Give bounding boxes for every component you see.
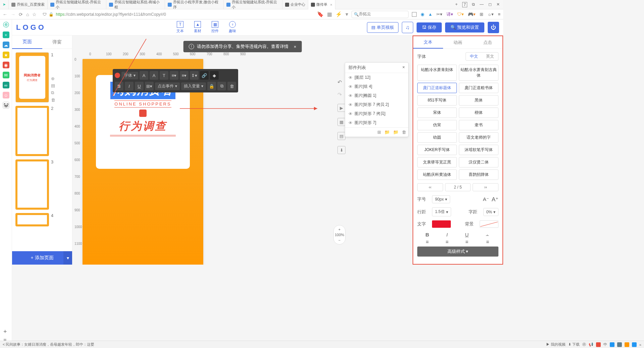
zoom-in-button[interactable]: + <box>338 227 340 231</box>
shield2-icon[interactable]: 🛡▾ <box>457 12 464 17</box>
font-option[interactable]: 楷体 <box>459 108 498 118</box>
app-icon[interactable]: ◉ <box>3 62 9 68</box>
italic-button[interactable]: I <box>125 82 133 90</box>
browser-tab[interactable]: 乔拓云小程序开发,微信小程序 <box>165 0 224 9</box>
save-button[interactable]: 🖫 保存 <box>417 22 442 32</box>
folder2-icon[interactable]: 📁 <box>393 130 398 135</box>
effects-icon[interactable]: ◆ <box>210 71 219 80</box>
delete-icon[interactable]: 🗑 <box>51 97 55 102</box>
tool-material[interactable]: ▲素材 <box>194 21 201 33</box>
more-button[interactable]: ⊞▾ <box>145 82 154 90</box>
browser-tab[interactable]: 企业中心 <box>282 0 308 9</box>
fontsize-inc-button[interactable]: A⁺ <box>492 196 498 203</box>
font-option[interactable]: 汉仪贤二体 <box>459 157 498 167</box>
browser-tab[interactable]: 乔拓云_百度搜索 <box>9 0 48 9</box>
eye-icon[interactable]: 👁 <box>348 112 353 116</box>
download-button[interactable]: ⬇ <box>337 146 345 154</box>
newtab-button[interactable]: + <box>455 2 458 7</box>
eye-icon[interactable]: 👁 <box>348 121 353 125</box>
game-icon[interactable]: 🎮▾ <box>468 12 476 17</box>
tab-text[interactable]: 文本 <box>413 36 443 49</box>
bg-color-picker[interactable] <box>480 220 498 228</box>
zoom-out-button[interactable]: − <box>338 238 340 242</box>
menu-icon[interactable]: ≡ <box>498 12 500 17</box>
font-option[interactable]: JOKER手写体 <box>417 145 457 155</box>
layer-item[interactable]: 👁图片[矩形 7 拷贝 2] <box>345 100 408 109</box>
layer-item[interactable]: 👁图片[椭圆 1] <box>345 91 408 100</box>
star-button[interactable]: ☆ <box>32 12 37 17</box>
layer-item[interactable]: 👁图片[矩形 7 拷贝] <box>345 109 408 118</box>
app-icon[interactable]: ☁ <box>3 42 9 48</box>
lock-icon[interactable]: 🔒 <box>207 82 216 90</box>
grid-button[interactable]: ▦ <box>337 118 345 126</box>
play-button[interactable]: ▶ <box>337 104 345 112</box>
fontsize-down-icon[interactable]: A <box>150 71 158 80</box>
layer-item[interactable]: 👁[图层 12] <box>345 73 408 82</box>
font-option[interactable]: 仿宋 <box>417 120 457 130</box>
page-thumb[interactable] <box>15 159 49 210</box>
close-icon[interactable]: × <box>330 3 332 7</box>
font-option[interactable]: 文泉驿等宽正黑 <box>417 157 457 167</box>
template-button[interactable]: ▤ 单页模板 <box>367 22 398 33</box>
tabcount[interactable]: 7 <box>462 2 467 7</box>
layers-button[interactable]: ▤ <box>337 132 345 140</box>
eye-icon[interactable]: 👁 <box>348 84 353 89</box>
font-option[interactable]: 沐瑶软笔手写体 <box>459 145 498 155</box>
size-select[interactable]: 90px ▾ <box>432 195 450 203</box>
tab-pages[interactable]: 页面 <box>12 36 42 49</box>
folder-icon[interactable]: 📁 <box>384 130 390 135</box>
circle-icon[interactable]: ◉ <box>421 12 424 17</box>
font-option[interactable]: 隶书 <box>459 120 498 130</box>
bold-button[interactable]: B <box>426 232 429 237</box>
spacing-icon[interactable]: ⇕▾ <box>190 71 199 80</box>
ext-icon[interactable] <box>412 12 417 17</box>
browser-tab[interactable]: 乔拓云智能建站系统-乔拓云小 <box>224 0 282 9</box>
font-option[interactable]: 庞门正道粗书体 <box>459 83 498 93</box>
power-button[interactable]: ⏻ <box>488 22 499 33</box>
align-justify-button[interactable]: ≡ <box>486 239 489 245</box>
sun-icon[interactable]: ☼▾ <box>487 12 494 17</box>
pip-icon[interactable]: ⧉ <box>472 2 475 7</box>
underline-button[interactable]: U <box>135 82 144 90</box>
scissors-icon[interactable]: ✂▾ <box>436 12 442 17</box>
lang-cn[interactable]: 中文 <box>466 53 482 60</box>
tool-text[interactable]: T文本 <box>176 21 184 33</box>
close-button[interactable]: ✕ <box>496 2 500 7</box>
close-icon[interactable]: × <box>294 44 297 49</box>
eye-icon[interactable]: 👁 <box>348 102 353 107</box>
font-option-selected[interactable]: 庞门正道标题体 <box>417 83 457 93</box>
browser-tab[interactable]: 乔拓云智能建站系统-商城小程 <box>106 0 165 9</box>
insert-var-select[interactable]: 插入变量 ▾ <box>181 82 206 90</box>
italic-button[interactable]: I <box>446 232 448 237</box>
app-icon[interactable]: ☺ <box>3 92 9 98</box>
undo-button[interactable]: ↶ <box>337 79 345 85</box>
font-option[interactable]: 幼圆 <box>417 132 457 143</box>
align-left-button[interactable]: ≡ <box>426 239 429 245</box>
nav-tab[interactable]: ➤ <box>0 0 9 9</box>
tab-popups[interactable]: 弹窗 <box>42 36 72 49</box>
home-button[interactable]: ⌂ <box>26 12 29 17</box>
copy-icon[interactable]: ⧉ <box>51 90 55 95</box>
preview-button[interactable]: 🔍 预览和设置 <box>445 22 484 32</box>
bolt-icon[interactable]: ⚡ <box>335 11 342 17</box>
delete-icon[interactable]: 🗑 <box>227 82 236 90</box>
tool-widget[interactable]: ▦控件 <box>211 21 219 33</box>
eye-icon[interactable]: 👁 <box>348 93 353 98</box>
reload-button[interactable]: ⟳ <box>19 12 23 17</box>
pager-prev[interactable]: ‹‹ <box>417 183 443 191</box>
folder-add-icon[interactable]: ⊞ <box>377 130 381 135</box>
badge-icon[interactable]: 🔖 <box>317 11 324 17</box>
font-option[interactable]: 站酷冷水萧青刻体 <box>417 65 457 81</box>
app-icon[interactable]: ∞ <box>3 82 9 88</box>
warning-banner[interactable]: !请勿添加诱导分享、集赞等违规内容。查看详情× <box>183 41 302 52</box>
browser-tab[interactable]: 乔拓云智能建站系统-乔拓云小 <box>48 0 106 9</box>
back-button[interactable]: ← <box>3 12 7 17</box>
font-option[interactable]: 语文老师的字 <box>459 132 498 143</box>
music-button[interactable]: ♫ <box>402 22 413 33</box>
triangle-icon[interactable]: ▲ <box>428 12 433 17</box>
line-select[interactable]: 1.5倍 ▾ <box>432 207 451 216</box>
page-thumb[interactable] <box>15 106 49 156</box>
chevron-down-icon[interactable]: ▾ <box>63 251 72 265</box>
trash-icon[interactable]: 🗑 <box>402 130 406 135</box>
font-option[interactable]: 喜鹊招牌体 <box>459 169 498 180</box>
